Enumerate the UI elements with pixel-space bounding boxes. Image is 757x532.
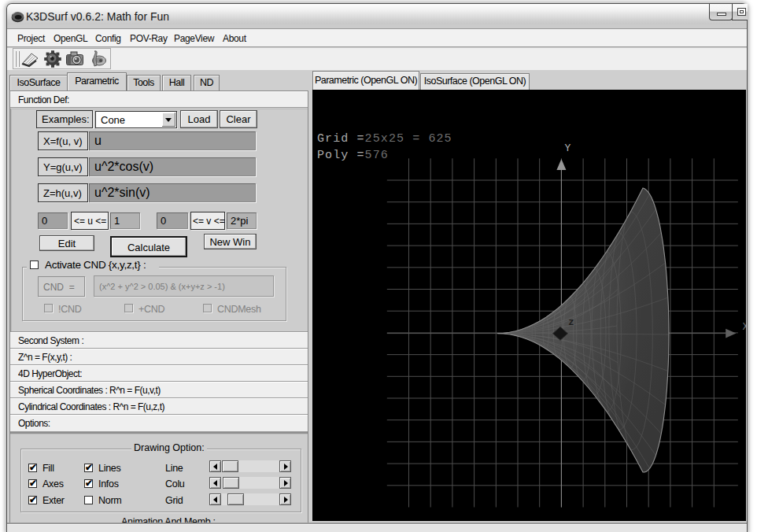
svg-text:576: 576	[365, 149, 389, 162]
svg-text:Z: Z	[569, 318, 574, 327]
svg-text:Grid =: Grid =	[317, 132, 365, 146]
svg-text:Poly =: Poly =	[317, 149, 365, 162]
svg-text:25x25 = 625: 25x25 = 625	[365, 132, 452, 146]
svg-text:Y: Y	[565, 142, 571, 154]
svg-text:X: X	[743, 321, 747, 333]
